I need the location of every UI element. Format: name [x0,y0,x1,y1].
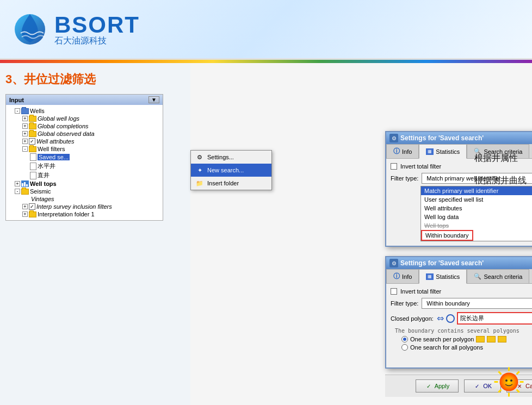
tab-info-1[interactable]: ⓘ Info [386,144,419,158]
tree-header-title: Input [9,97,24,103]
radio-label-2: One search for all polygons [410,344,483,351]
filter-type-label-1: Filter type: [391,175,418,182]
expand-icon[interactable]: + [22,123,28,129]
list-item: + ✓ Well attributes [7,138,162,145]
list-item: 水平井 [7,161,162,171]
expand-icon[interactable]: - [15,189,20,194]
doc-icon [30,172,36,179]
context-menu-item-insert-folder[interactable]: 📁 Insert folder [191,177,271,190]
filter-type-label-2: Filter type: [391,300,418,307]
gear-icon: ⚙ [195,153,204,161]
dialogs-area: ⚙ Settings for 'Saved search' □ ✕ ⓘ Info… [190,63,532,405]
svg-point-10 [505,379,508,382]
svg-point-11 [510,379,512,382]
tree-label: Wells [30,108,45,114]
tree-panel: Input ▼ - Wells + Global well logs + [5,94,163,221]
tree-label: Well attributes [36,138,75,145]
new-search-icon: ✦ [195,166,204,175]
dropdown-item[interactable]: Well attributes [421,204,532,213]
dialog-2-body: Invert total filter Filter type: Within … [386,284,532,367]
list-item: + ✓ Interp survey inclusion filters [7,203,162,210]
spacer-2 [391,352,532,363]
svg-line-4 [517,390,519,392]
invert-checkbox-2[interactable] [391,288,397,295]
checkbox-icon[interactable]: ✓ [29,203,35,210]
tree-label: Vintages [22,196,54,202]
dropdown-item[interactable]: Well log data [421,213,532,221]
folder-icon [29,146,36,152]
insert-folder-icon: 📁 [195,179,204,188]
expand-icon[interactable]: + [15,181,20,186]
svg-line-6 [498,390,501,392]
list-item[interactable]: Saved se... [7,153,162,161]
dropdown-item[interactable]: Match primary well identifier [421,186,532,195]
invert-label-1: Invert total filter [400,163,441,170]
radio-one-per-polygon[interactable] [401,336,408,342]
annotation-1: 根据井属性 [474,153,527,164]
expand-icon[interactable]: - [22,146,28,152]
search-icon-2: 🔍 [474,273,481,280]
stats-icon: ▦ [426,148,434,155]
top-bar: BSORT 石大油源科技 [0,0,532,60]
tree-label: Global observed data [38,130,95,137]
folder-icon [29,211,36,217]
section-title: 3、井位过滤筛选 [5,71,185,88]
invert-label-2: Invert total filter [400,288,441,295]
expand-icon[interactable]: + [22,204,28,209]
dialog-2-title-icon: ⚙ [389,259,398,267]
list-item: Vintages [7,195,162,203]
expand-icon[interactable]: - [15,108,20,114]
polygon-text-input[interactable]: 院长边界 [457,312,532,325]
filter-type-select-2[interactable]: Within boundary [422,298,532,309]
info-icon-2: ⓘ [393,272,400,281]
left-panel: 3、井位过滤筛选 Input ▼ - Wells + Global well l… [0,63,190,405]
chart-icon [21,180,29,187]
main-area: 3、井位过滤筛选 Input ▼ - Wells + Global well l… [0,63,532,405]
dialog-title-icon: ⚙ [389,134,398,142]
polygon-value: 院长边界 [460,315,484,321]
context-menu-item-new-search[interactable]: ✦ New search... [191,164,271,177]
list-item: + Well tops [7,180,162,188]
folder-mini-2 [487,336,496,342]
apply-button[interactable]: ✓ Apply [416,379,459,392]
dropdown-item[interactable]: Well tops [421,221,532,230]
expand-icon[interactable]: + [22,131,28,136]
dialog-2: ⚙ Settings for 'Saved search' □ ✕ ⓘ Info… [385,256,532,369]
checkbox-icon[interactable]: ✓ [29,138,35,145]
invert-checkbox-1[interactable] [391,163,397,170]
expand-icon[interactable]: + [22,116,28,121]
tab-statistics-1[interactable]: ▦ Statistics [419,144,467,159]
doc-icon [30,163,36,170]
radio-row-1: One search per polygon [391,336,532,342]
dialog-title-left: ⚙ Settings for 'Saved search' [389,134,484,142]
tab-statistics-2[interactable]: ▦ Statistics [419,269,467,284]
tree-label: 直井 [38,171,50,179]
dropdown-item-within-boundary[interactable]: Within boundary [421,230,473,241]
sunburst-decoration [494,367,524,397]
tab-info-2[interactable]: ⓘ Info [386,269,419,283]
apply-icon: ✓ [425,382,432,390]
radio-one-for-all[interactable] [401,344,408,351]
dialog-2-title: Settings for 'Saved search' [400,259,484,267]
list-item: + Global observed data [7,130,162,138]
tab-search-criteria-2[interactable]: 🔍 Search criteria [467,269,529,283]
tree-label: Global completions [38,123,89,129]
invert-row-2: Invert total filter [391,288,532,295]
tree-dropdown-btn[interactable]: ▼ [149,96,159,103]
dropdown-item[interactable]: User specified well list [421,195,532,204]
context-menu: ⚙ Settings... ✦ New search... 📁 Insert f… [190,150,272,190]
context-menu-item-settings[interactable]: ⚙ Settings... [191,151,271,164]
svg-line-2 [517,371,519,374]
svg-line-8 [498,371,501,374]
tree-body: - Wells + Global well logs + Global comp… [6,105,163,220]
folder-icon [21,189,29,195]
list-item: - Well filters [7,145,162,153]
boundary-info-text: The boundary contains several polygons [391,328,532,334]
expand-icon[interactable]: + [22,211,28,217]
annotation-2: 根据测井曲线 [474,175,527,186]
logo-svg [11,9,49,49]
expand-icon[interactable]: + [22,139,28,144]
ok-icon: ✓ [473,382,481,390]
dialog-2-title-left: ⚙ Settings for 'Saved search' [389,259,484,267]
list-item: 直井 [7,171,162,180]
